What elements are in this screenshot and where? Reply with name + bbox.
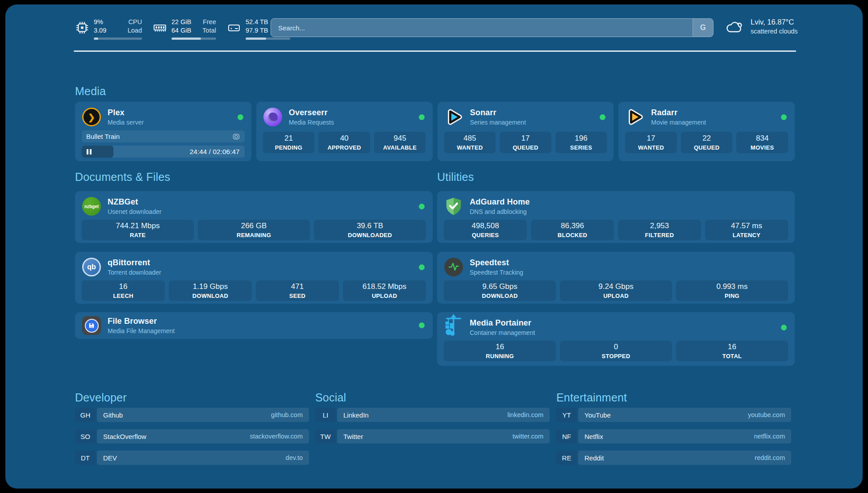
qbittorrent-stat-seed: 471SEED [256,280,339,301]
dev-name: DEV [103,454,117,462]
disk-icon [227,21,241,35]
section-heading-documents: Documents & Files [75,171,170,184]
speedtest-stat-download: 9.65 GbpsDOWNLOAD [444,280,556,301]
link-stackoverflow[interactable]: SO StackOverflowstackoverflow.com [75,429,309,443]
plex-card[interactable]: ❯ Plex Media server Bullet Train 24:44 /… [75,102,251,161]
entertainment-links: YT YouTubeyoutube.com NF Netflixnetflix.… [556,408,791,472]
portainer-card[interactable]: Media Portainer Container management 16R… [437,312,795,366]
ram-stat-group: 22 GiBFree 64 GiBTotal [153,18,216,40]
overseerr-stat-available: 945AVAILABLE [374,132,426,153]
reddit-url: reddit.com [755,454,785,461]
dev-url: dev.to [286,454,303,461]
speedtest-stat-ping: 0.993 msPING [676,280,788,301]
cpu-icon [75,21,89,35]
filebrowser-icon [82,316,101,335]
nzbget-stat-rate: 744.21 MbpsRATE [82,220,194,240]
portainer-stat-running: 16RUNNING [444,341,556,361]
overseerr-title: Overseerr [289,108,334,117]
overseerr-stat-approved: 40APPROVED [318,132,370,153]
cpu-label: CPU [128,18,142,26]
sonarr-stat-queued: 17QUEUED [500,132,551,153]
cpu-usage-value: 9% [94,18,103,26]
overseerr-status-dot [419,114,425,120]
section-heading-entertainment: Entertainment [556,391,627,404]
pause-icon[interactable] [87,149,92,155]
speedtest-card[interactable]: Speedtest Speedtest Tracking 9.65 GbpsDO… [437,252,795,304]
ram-icon [153,21,167,35]
linkedin-abbr: LI [315,408,336,422]
plex-title: Plex [108,108,144,117]
disk-free-value: 52.4 TB [246,18,268,26]
radarr-card[interactable]: Radarr Movie management 17WANTED 22QUEUE… [618,102,795,161]
cpu-load-label: Load [128,26,142,35]
radarr-stat-wanted: 17WANTED [625,132,677,153]
youtube-abbr: YT [556,408,577,422]
filebrowser-card[interactable]: File Browser Media File Management [75,312,433,339]
radarr-subtitle: Movie management [651,119,706,126]
link-dev[interactable]: DT DEVdev.to [75,451,309,465]
cpu-load-value: 3.09 [94,26,106,35]
nzbget-card[interactable]: nzbget NZBGet Usenet downloader 744.21 M… [75,191,433,243]
speedtest-subtitle: Speedtest Tracking [470,269,523,276]
adguard-card[interactable]: AdGuard Home DNS and adblocking 498,508Q… [437,191,795,243]
adguard-icon [444,196,463,217]
qbittorrent-card[interactable]: qb qBittorrent Torrent downloader 16LEEC… [75,252,433,304]
overseerr-stat-pending: 21PENDING [263,132,315,153]
link-twitter[interactable]: TW Twittertwitter.com [315,429,550,443]
twitter-abbr: TW [315,429,336,443]
weather-widget: Lviv, 16.87°C scattered clouds [724,18,798,35]
nzbget-stat-remaining: 266 GBREMAINING [198,220,310,240]
filebrowser-title: File Browser [108,317,175,326]
netflix-name: Netflix [584,433,603,440]
qbittorrent-status-dot [419,264,425,270]
disk-progress-bar [246,38,290,40]
overseerr-card[interactable]: Overseerr Media Requests 21PENDING 40APP… [256,102,433,161]
speedtest-icon [444,258,463,276]
stackoverflow-abbr: SO [75,429,96,443]
link-reddit[interactable]: RE Redditreddit.com [556,451,791,465]
portainer-icon [444,313,463,338]
stackoverflow-name: StackOverflow [103,433,146,440]
link-github[interactable]: GH Githubgithub.com [75,408,309,422]
reddit-name: Reddit [584,454,604,462]
weather-location-temp: Lviv, 16.87°C [751,18,798,26]
qbittorrent-stat-upload: 618.52 MbpsUPLOAD [343,280,426,301]
adguard-subtitle: DNS and adblocking [470,208,530,215]
github-url: github.com [271,411,303,418]
dev-abbr: DT [75,451,96,465]
ram-free-value: 22 GiB [171,18,191,26]
sonarr-title: Sonarr [470,108,526,117]
header-divider [74,50,796,52]
plex-now-playing-row: Bullet Train [82,130,245,142]
media-cards-row: ❯ Plex Media server Bullet Train 24:44 /… [75,102,795,161]
youtube-name: YouTube [584,411,611,419]
cpu-stat-group: 9%CPU 3.09Load [75,18,142,40]
search-input[interactable] [271,19,693,37]
qbittorrent-stat-download: 1.19 GbpsDOWNLOAD [169,280,252,301]
video-settings-icon[interactable] [232,133,240,141]
qbittorrent-icon: qb [82,258,101,276]
speedtest-title: Speedtest [470,258,523,267]
link-youtube[interactable]: YT YouTubeyoutube.com [556,408,791,422]
sonarr-stat-series: 196SERIES [555,132,607,153]
link-netflix[interactable]: NF Netflixnetflix.com [556,429,791,443]
github-name: Github [103,411,123,419]
linkedin-url: linkedin.com [507,411,543,418]
twitter-name: Twitter [343,433,363,440]
google-search-button[interactable]: G [693,19,713,37]
qbittorrent-subtitle: Torrent downloader [108,269,161,276]
sonarr-card[interactable]: Sonarr Series management 485WANTED 17QUE… [438,102,614,161]
sonarr-icon [444,107,464,127]
disk-total-value: 97.9 TB [246,26,268,35]
radarr-stat-queued: 22QUEUED [681,132,733,153]
link-linkedin[interactable]: LI LinkedInlinkedin.com [315,408,550,422]
speedtest-stat-upload: 9.24 GbpsUPLOAD [560,280,672,301]
filebrowser-status-dot [419,322,425,328]
ram-total-label: Total [202,26,216,35]
weather-condition: scattered clouds [751,28,798,35]
social-links: LI LinkedInlinkedin.com TW Twittertwitte… [315,408,550,451]
cpu-progress-bar [94,38,142,40]
twitter-url: twitter.com [513,433,543,440]
radarr-title: Radarr [651,108,706,117]
adguard-stat-queries: 498,508QUERIES [444,220,527,240]
